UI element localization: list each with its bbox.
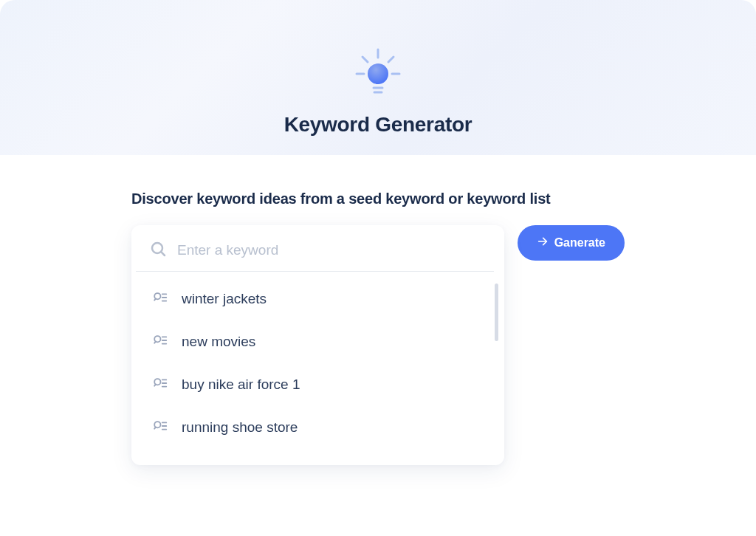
suggestion-item[interactable]: buy nike air force 1 bbox=[146, 363, 494, 406]
svg-line-26 bbox=[154, 427, 156, 428]
page-container: Keyword Generator Discover keyword ideas… bbox=[0, 0, 756, 536]
svg-line-16 bbox=[154, 341, 156, 343]
search-row: winter jackets bbox=[131, 225, 625, 465]
suggestion-item[interactable]: running shoe store bbox=[146, 406, 494, 449]
search-input[interactable] bbox=[177, 242, 481, 258]
search-icon bbox=[149, 240, 167, 261]
svg-line-1 bbox=[362, 57, 368, 62]
search-list-icon bbox=[152, 375, 168, 394]
page-title: Keyword Generator bbox=[284, 113, 472, 137]
hero-section: Keyword Generator bbox=[0, 0, 756, 155]
search-list-icon bbox=[152, 418, 168, 437]
suggestion-text: new movies bbox=[182, 334, 255, 350]
suggestion-item[interactable]: new movies bbox=[146, 320, 494, 363]
svg-point-5 bbox=[368, 63, 388, 84]
arrow-right-icon bbox=[537, 236, 549, 250]
svg-line-21 bbox=[154, 384, 156, 385]
search-input-wrapper bbox=[136, 236, 494, 272]
suggestions-list: winter jackets bbox=[131, 278, 504, 449]
suggestion-item[interactable]: winter jackets bbox=[146, 278, 494, 320]
search-card: winter jackets bbox=[131, 225, 504, 465]
svg-line-11 bbox=[154, 298, 156, 300]
suggestion-text: buy nike air force 1 bbox=[182, 377, 300, 393]
svg-line-2 bbox=[388, 57, 394, 62]
svg-line-9 bbox=[161, 252, 165, 255]
suggestion-text: winter jackets bbox=[182, 291, 267, 307]
suggestion-text: running shoe store bbox=[182, 419, 298, 436]
generate-button[interactable]: Ganerate bbox=[518, 225, 625, 261]
content-section: Discover keyword ideas from a seed keywo… bbox=[0, 155, 756, 465]
search-list-icon bbox=[152, 332, 168, 351]
subtitle: Discover keyword ideas from a seed keywo… bbox=[131, 190, 625, 207]
search-list-icon bbox=[152, 289, 168, 309]
scrollbar-thumb[interactable] bbox=[495, 284, 498, 341]
generate-button-label: Ganerate bbox=[554, 236, 605, 250]
lightbulb-icon bbox=[352, 48, 404, 100]
